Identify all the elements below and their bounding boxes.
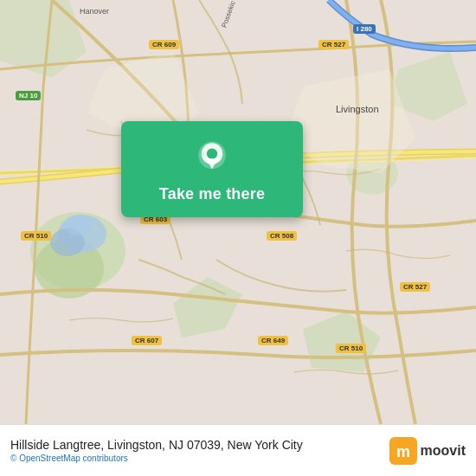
badge-cr607: CR 607 <box>132 336 162 345</box>
badge-cr609: CR 609 <box>149 40 179 49</box>
svg-text:m: m <box>396 443 410 460</box>
badge-cr527-2: CR 527 <box>400 282 430 292</box>
livingston-label: Livingston <box>336 104 379 114</box>
location-info: Hillside Langtree, Livingston, NJ 07039,… <box>10 438 389 463</box>
badge-cr508: CR 508 <box>267 231 297 241</box>
badge-nj10-1: NJ 10 <box>16 91 41 100</box>
location-name: Hillside Langtree, Livingston, NJ 07039,… <box>10 438 389 452</box>
badge-cr510-2: CR 510 <box>336 344 366 353</box>
moovit-icon: m <box>389 437 417 465</box>
moovit-logo: m moovit <box>389 437 466 465</box>
osm-link[interactable]: OpenStreetMap contributors <box>19 453 128 463</box>
badge-cr649: CR 649 <box>258 336 288 345</box>
bottom-bar: Hillside Langtree, Livingston, NJ 07039,… <box>0 424 476 476</box>
location-card: Take me there <box>121 121 303 217</box>
map-container: Hanover Livingston Possekic NJ 10 NJ 10 … <box>0 0 476 424</box>
badge-cr527-1: CR 527 <box>318 40 349 49</box>
hanover-label: Hanover <box>80 7 109 16</box>
svg-point-10 <box>65 215 91 235</box>
take-me-there-button[interactable]: Take me there <box>159 185 265 203</box>
osm-copyright: © <box>10 453 16 463</box>
location-pin-icon <box>193 138 231 177</box>
badge-cr510-1: CR 510 <box>21 231 51 241</box>
svg-point-17 <box>207 148 217 158</box>
moovit-brand-text: moovit <box>421 443 466 459</box>
osm-credit: © OpenStreetMap contributors <box>10 453 389 463</box>
badge-i280: I 280 <box>353 24 376 34</box>
